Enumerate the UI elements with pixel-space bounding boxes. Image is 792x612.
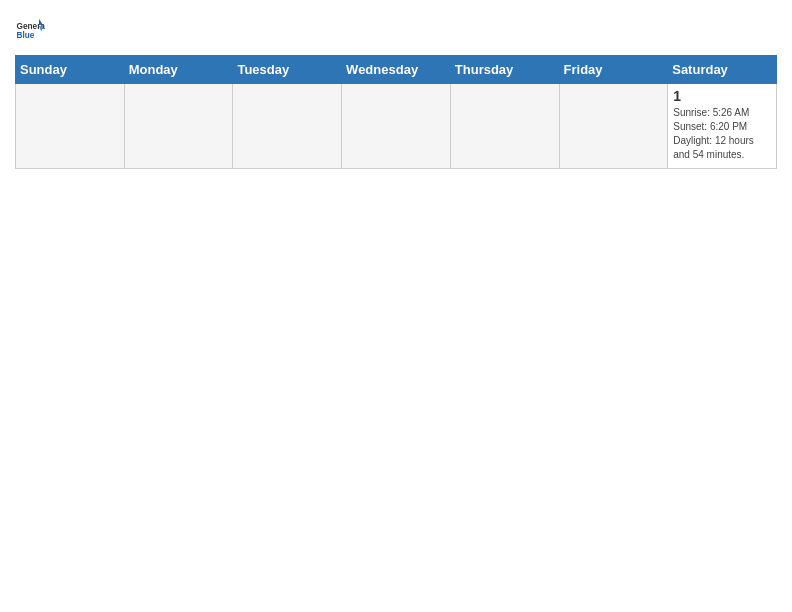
- calendar-cell: 1Sunrise: 5:26 AMSunset: 6:20 PMDaylight…: [668, 84, 777, 169]
- calendar-week-row: 1Sunrise: 5:26 AMSunset: 6:20 PMDaylight…: [16, 84, 777, 169]
- header: General Blue: [15, 15, 777, 45]
- logo: General Blue: [15, 15, 45, 45]
- calendar-cell-empty: [559, 84, 668, 169]
- calendar-cell-empty: [124, 84, 233, 169]
- day-header-friday: Friday: [559, 56, 668, 84]
- day-header-monday: Monday: [124, 56, 233, 84]
- day-header-wednesday: Wednesday: [342, 56, 451, 84]
- calendar-body: 1Sunrise: 5:26 AMSunset: 6:20 PMDaylight…: [16, 84, 777, 169]
- calendar-table: SundayMondayTuesdayWednesdayThursdayFrid…: [15, 55, 777, 169]
- day-header-sunday: Sunday: [16, 56, 125, 84]
- day-number: 1: [673, 88, 771, 104]
- calendar-cell-empty: [342, 84, 451, 169]
- day-header-saturday: Saturday: [668, 56, 777, 84]
- day-header-tuesday: Tuesday: [233, 56, 342, 84]
- calendar-cell-empty: [233, 84, 342, 169]
- day-info: Sunrise: 5:26 AMSunset: 6:20 PMDaylight:…: [673, 106, 771, 162]
- svg-text:Blue: Blue: [17, 31, 35, 40]
- calendar-header-row: SundayMondayTuesdayWednesdayThursdayFrid…: [16, 56, 777, 84]
- calendar-cell-empty: [16, 84, 125, 169]
- calendar-cell-empty: [450, 84, 559, 169]
- day-header-thursday: Thursday: [450, 56, 559, 84]
